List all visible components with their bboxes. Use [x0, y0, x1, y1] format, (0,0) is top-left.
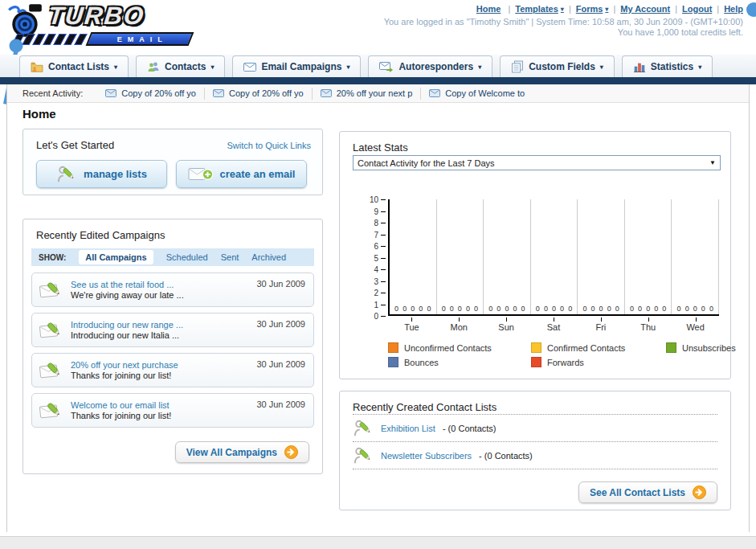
filter-all-campaigns[interactable]: All Campaigns [79, 250, 153, 264]
legend-label: Unconfirmed Contacts [404, 343, 492, 353]
footer-band [0, 536, 756, 549]
campaigns-panel-title: Recently Edited Campaigns [36, 229, 165, 241]
campaign-title-link[interactable]: 20% off your next purchase [71, 360, 178, 370]
caret-down-icon: ▾ [698, 64, 701, 71]
get-started-title: Let's Get Started [36, 139, 114, 151]
bar-value-label: 0 [536, 305, 540, 313]
contact-list-row: Newsletter Subscribers - (0 Contacts) [353, 442, 717, 469]
bar-value-label: 0 [552, 305, 556, 313]
envelope-icon [213, 89, 224, 97]
y-tick-mark [381, 199, 386, 200]
nav-tab-email-campaigns[interactable]: Email Campaigns▾ [232, 55, 361, 77]
see-all-contact-lists-button[interactable]: See All Contact Lists [578, 481, 717, 503]
header-link-my-account[interactable]: My Account [620, 4, 670, 14]
header-links: Home | Templates▾ | Forms▾ | My Account … [476, 4, 743, 14]
header: TURBO EMAIL Home | Templates▾ | Forms▾ |… [0, 0, 756, 55]
chart-day-group: 00000 [578, 199, 625, 314]
logo-subtitle: EMAIL [112, 35, 168, 43]
recent-activity-item[interactable]: Copy of Welcome to [421, 88, 533, 100]
caret-down-icon: ▾ [605, 6, 608, 13]
legend-item: Unsubscribes [666, 342, 736, 353]
legend-swatch [531, 357, 541, 367]
header-link-forms[interactable]: Forms▾ [576, 4, 609, 14]
filter-archived[interactable]: Archived [251, 252, 286, 262]
latest-stats-panel: Latest Stats Contact Activity for the La… [339, 131, 731, 379]
switch-to-quick-links[interactable]: Switch to Quick Links [227, 141, 311, 150]
chart-legend: Unconfirmed ContactsConfirmed ContactsUn… [388, 342, 722, 367]
chart-x-labels: TueMonSunSatFriThuWed [388, 322, 719, 332]
y-tick-mark [381, 258, 386, 259]
page-title: Home [22, 107, 56, 121]
campaign-subtitle: Introducing our new Italia ... [71, 330, 183, 340]
bar-value-label: 0 [607, 305, 611, 313]
nav-tab-autoresponders[interactable]: Autoresponders▾ [368, 55, 492, 77]
envelope-icon [321, 89, 332, 97]
view-all-campaigns-button[interactable]: View All Campaigns [175, 441, 309, 463]
header-link-templates[interactable]: Templates▾ [515, 4, 564, 14]
bar-value-label: 0 [419, 305, 423, 313]
bar-value-label: 0 [568, 305, 572, 313]
envelope-pencil-icon [39, 400, 63, 421]
chart-day-group: 00000 [484, 199, 531, 314]
recent-activity-bar: Recent Activity: Copy of 20% off yo Copy… [6, 84, 750, 103]
separator: | [569, 4, 571, 14]
campaign-subtitle: Thanks for joining our list! [71, 411, 171, 420]
nav-tab-statistics[interactable]: Statistics▾ [622, 55, 713, 77]
y-tick-mark [381, 235, 386, 236]
campaign-date: 30 Jun 2009 [256, 319, 305, 329]
person-pencil-icon [353, 446, 374, 465]
nav-tab-custom-fields[interactable]: Custom Fields▾ [500, 55, 615, 77]
bar-value-label: 0 [458, 305, 462, 313]
contact-list-detail: - (0 Contacts) [479, 451, 533, 461]
show-label: SHOW: [39, 253, 66, 262]
manage-lists-button[interactable]: manage lists [36, 160, 167, 188]
filter-scheduled[interactable]: Scheduled [166, 252, 208, 262]
nav-tab-contact-lists[interactable]: Contact Lists▾ [19, 55, 129, 77]
header-link-home[interactable]: Home [476, 4, 504, 14]
create-email-button[interactable]: create an email [176, 160, 307, 188]
campaign-date: 30 Jun 2009 [256, 279, 305, 289]
bar-value-label: 0 [685, 305, 689, 313]
contact-list-link[interactable]: Exhibition List [381, 424, 435, 433]
legend-swatch [388, 342, 398, 353]
filter-sent[interactable]: Sent [221, 252, 239, 262]
bar-value-label: 0 [615, 305, 619, 313]
campaign-title-link[interactable]: Welcome to our email list [71, 400, 171, 410]
caret-down-icon: ▾ [600, 64, 603, 71]
bar-value-label: 0 [677, 305, 681, 313]
legend-swatch [388, 357, 398, 367]
dropdown-caret-icon: ▼ [709, 159, 716, 166]
legend-item: Bounces [388, 357, 531, 367]
annotation-bubble-right [746, 2, 756, 17]
contact-lists-panel-title: Recently Created Contact Lists [353, 401, 497, 413]
header-link-help[interactable]: Help [724, 4, 743, 14]
campaign-title-link[interactable]: See us at the retail food ... [71, 280, 184, 289]
chart-day-group: 00000 [672, 199, 719, 314]
legend-label: Forwards [547, 358, 584, 367]
turbo-email-dashboard: TURBO EMAIL Home | Templates▾ | Forms▾ |… [0, 0, 756, 549]
chart-day-group: 00000 [390, 199, 437, 314]
folder-icon [31, 61, 43, 72]
contact-activity-chart: 012345678910 000000000000000000000000000… [353, 193, 721, 338]
recent-activity-item[interactable]: Copy of 20% off yo [97, 88, 205, 100]
turbo-email-logo[interactable]: TURBO EMAIL [6, 2, 199, 48]
legend-item: Forwards [531, 357, 666, 367]
arrow-circle-icon [693, 485, 706, 499]
campaign-title-link[interactable]: Introducing our new range ... [71, 320, 183, 330]
bar-value-label: 0 [497, 305, 501, 313]
envelope-plus-icon [188, 166, 214, 182]
bar-value-label: 0 [403, 305, 407, 313]
nav-tab-contacts[interactable]: Contacts▾ [136, 55, 225, 77]
bar-value-label: 0 [394, 305, 398, 313]
contact-list-link[interactable]: Newsletter Subscribers [381, 451, 472, 461]
bar-value-label: 0 [427, 305, 431, 313]
campaign-row: Introducing our new range ... Introducin… [31, 313, 314, 347]
contact-list-detail: - (0 Contacts) [443, 424, 497, 433]
logo-title: TURBO [47, 2, 146, 31]
logo-email-bar: EMAIL [86, 32, 194, 46]
stats-report-dropdown[interactable]: Contact Activity for the Last 7 Days ▼ [353, 155, 721, 170]
header-link-logout[interactable]: Logout [682, 4, 712, 14]
recent-activity-item[interactable]: Copy of 20% off yo [205, 88, 313, 100]
campaign-date: 30 Jun 2009 [256, 359, 305, 369]
recent-activity-item[interactable]: 20% off your next p [313, 88, 422, 100]
